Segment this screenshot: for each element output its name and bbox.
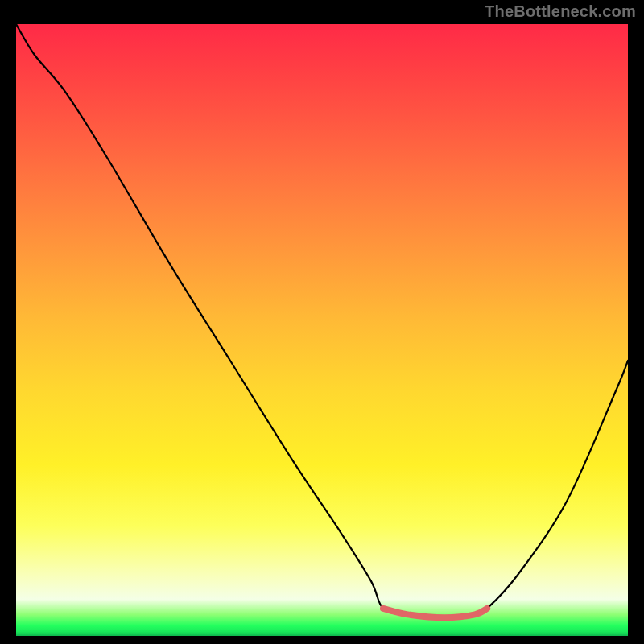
watermark: TheBottleneck.com <box>485 3 636 19</box>
chart-stage: TheBottleneck.com <box>0 0 644 644</box>
curve-path <box>16 24 628 617</box>
bottleneck-curve <box>16 24 628 636</box>
optimal-floor-highlight <box>383 609 487 617</box>
